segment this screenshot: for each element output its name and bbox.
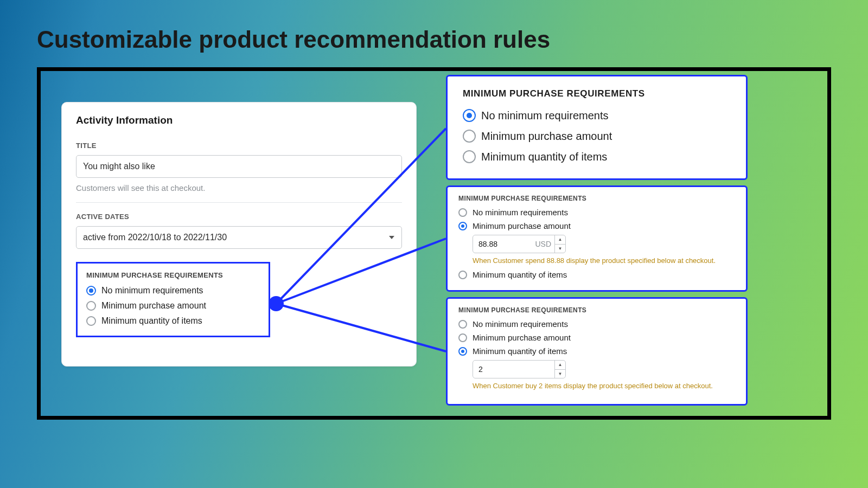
- radio-icon: [463, 109, 476, 122]
- radio-label: Minimum purchase amount: [473, 221, 571, 230]
- card-heading: Activity Information: [76, 114, 402, 126]
- radio-min-amount[interactable]: Minimum purchase amount: [86, 301, 260, 311]
- mpr-heading: MINIMUM PURCHASE REQUIREMENTS: [463, 88, 731, 99]
- radio-label: No minimum requirements: [473, 208, 568, 217]
- qty-hint: When Customer buy 2 items display the pr…: [473, 382, 735, 390]
- radio-icon: [463, 130, 476, 143]
- activity-information-card: Activity Information TITLE Customers wil…: [61, 102, 417, 367]
- title-input[interactable]: [76, 155, 402, 178]
- chevron-down-icon: [389, 236, 394, 239]
- title-helper-text: Customers will see this at checkout.: [76, 183, 402, 192]
- radio-label: Minimum quantity of items: [101, 316, 202, 326]
- page-title: Customizable product recommendation rule…: [37, 26, 550, 53]
- radio-label: Minimum quantity of items: [473, 346, 567, 356]
- stepper-down-icon[interactable]: ▼: [555, 370, 565, 378]
- radio-no-minimum[interactable]: No minimum requirements: [458, 319, 735, 329]
- amount-value: 88.88: [478, 240, 535, 248]
- radio-icon: [458, 208, 467, 217]
- panel-no-minimum: MINIMUM PURCHASE REQUIREMENTS No minimum…: [446, 75, 748, 180]
- radio-label: No minimum requirements: [101, 286, 203, 296]
- mpr-highlight-box: MINIMUM PURCHASE REQUIREMENTS No minimum…: [76, 262, 270, 337]
- radio-min-amount[interactable]: Minimum purchase amount: [458, 221, 735, 230]
- radio-no-minimum[interactable]: No minimum requirements: [458, 208, 735, 217]
- qty-value: 2: [478, 365, 565, 374]
- amount-unit: USD: [535, 240, 551, 248]
- active-dates-label: ACTIVE DATES: [76, 213, 402, 221]
- panel-min-amount: MINIMUM PURCHASE REQUIREMENTS No minimum…: [446, 185, 748, 292]
- radio-label: No minimum requirements: [473, 319, 568, 329]
- amount-input[interactable]: 88.88 USD ▲ ▼: [473, 235, 566, 253]
- radio-icon: [86, 316, 96, 326]
- mpr-heading: MINIMUM PURCHASE REQUIREMENTS: [458, 306, 735, 314]
- radio-label: Minimum purchase amount: [481, 130, 612, 143]
- radio-icon: [458, 320, 467, 329]
- radio-min-qty[interactable]: Minimum quantity of items: [458, 270, 735, 279]
- radio-min-qty[interactable]: Minimum quantity of items: [458, 346, 735, 356]
- radio-icon: [86, 286, 96, 296]
- radio-min-qty[interactable]: Minimum quantity of items: [86, 316, 260, 326]
- stepper[interactable]: ▲ ▼: [554, 361, 565, 378]
- radio-label: Minimum purchase amount: [473, 333, 571, 342]
- radio-icon: [458, 347, 467, 356]
- active-dates-value: active from 2022/10/18 to 2022/11/30: [83, 233, 227, 242]
- qty-input[interactable]: 2 ▲ ▼: [473, 360, 566, 378]
- radio-label: Minimum purchase amount: [101, 301, 206, 311]
- radio-icon: [86, 301, 96, 311]
- stepper-down-icon[interactable]: ▼: [555, 245, 565, 253]
- mpr-heading: MINIMUM PURCHASE REQUIREMENTS: [458, 195, 735, 202]
- radio-min-amount[interactable]: Minimum purchase amount: [463, 130, 731, 143]
- radio-no-minimum[interactable]: No minimum requirements: [86, 286, 260, 296]
- radio-no-minimum[interactable]: No minimum requirements: [463, 109, 731, 122]
- divider: [76, 202, 402, 203]
- stepper[interactable]: ▲ ▼: [554, 235, 565, 253]
- title-field-label: TITLE: [76, 142, 402, 150]
- panel-min-qty: MINIMUM PURCHASE REQUIREMENTS No minimum…: [446, 297, 748, 406]
- amount-hint: When Customer spend 88.88 display the pr…: [473, 256, 735, 265]
- radio-min-qty[interactable]: Minimum quantity of items: [463, 150, 731, 163]
- radio-label: No minimum requirements: [481, 110, 609, 122]
- radio-label: Minimum quantity of items: [481, 151, 607, 163]
- radio-icon: [463, 150, 476, 163]
- mpr-heading: MINIMUM PURCHASE REQUIREMENTS: [86, 271, 260, 279]
- active-dates-select[interactable]: active from 2022/10/18 to 2022/11/30: [76, 226, 402, 249]
- radio-label: Minimum quantity of items: [473, 270, 567, 279]
- radio-icon: [458, 222, 467, 230]
- radio-icon: [458, 333, 467, 342]
- stepper-up-icon[interactable]: ▲: [555, 235, 565, 245]
- radio-icon: [458, 271, 467, 279]
- radio-min-amount[interactable]: Minimum purchase amount: [458, 333, 735, 342]
- stepper-up-icon[interactable]: ▲: [555, 361, 565, 370]
